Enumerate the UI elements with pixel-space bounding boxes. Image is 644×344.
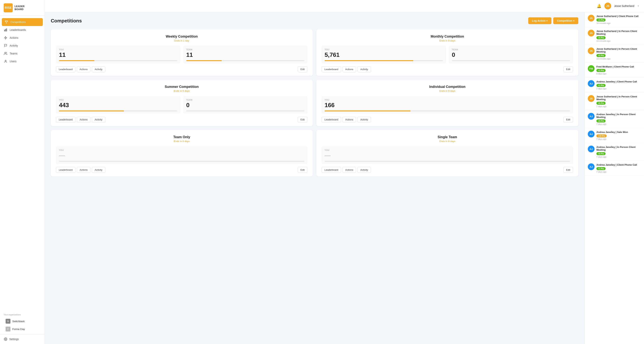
comp-single-team-actions-btn[interactable]: Actions	[342, 167, 356, 173]
feed-avatar: AJ	[588, 113, 594, 120]
comp-monthly-activity-btn[interactable]: Activity	[358, 66, 371, 72]
comp-individual-actions-btn[interactable]: Actions	[342, 117, 356, 122]
feed-badge: +5 Pts	[596, 36, 606, 39]
comp-monthly-edit-btn[interactable]: Edit	[563, 66, 573, 72]
comp-single-team-edit-btn[interactable]: Edit	[563, 167, 573, 173]
comp-team-only-actions-btn[interactable]: Actions	[77, 167, 90, 173]
activity-feed: JS Jesse Sutherland | Client Phone Call …	[584, 12, 644, 344]
comp-individual-subtitle: Ends in 9 days	[322, 90, 573, 92]
feed-badge: +5 Pts	[596, 102, 606, 105]
comp-summer-edit-btn[interactable]: Edit	[298, 117, 308, 122]
comp-summer-you-bar-fill	[59, 110, 124, 111]
feed-content: Jesse Sutherland | In Person Client Meet…	[596, 48, 641, 60]
feed-content: Andrea Janelley | In Person Client Meeti…	[596, 146, 641, 158]
comp-individual-edit-btn[interactable]: Edit	[563, 117, 573, 122]
header-buttons: Log Action + Competition +	[528, 17, 578, 24]
comp-single-team-activity-btn[interactable]: Activity	[358, 167, 371, 173]
comp-team-only-title: Team Only	[56, 135, 308, 139]
comp-summer-leaderboard-btn[interactable]: Leaderboard	[56, 117, 76, 122]
comp-monthly-actions: Leaderboard Actions Activity Edit	[322, 66, 573, 72]
sidebar-item-users[interactable]: Users	[0, 57, 44, 65]
comp-summer-title: Summer Competition	[56, 85, 308, 89]
feed-avatar: JS	[588, 48, 594, 54]
comp-individual-title: Individual Competition	[322, 85, 573, 89]
feed-name: Jesse Sutherland | In Person Client Meet…	[596, 30, 641, 35]
comp-weekly-actions-btn[interactable]: Actions	[77, 66, 90, 72]
comp-summer-activity-btn[interactable]: Activity	[92, 117, 105, 122]
comp-summer-actions-btn[interactable]: Actions	[77, 117, 90, 122]
feed-badge: +10 Pts	[596, 134, 607, 137]
sidebar-activity-label: Activity	[10, 44, 18, 47]
comp-single-team-leaderboard-btn[interactable]: Leaderboard	[322, 167, 341, 173]
feed-time: 19 minutes ago	[596, 58, 641, 60]
comp-weekly-you-label: YOU	[59, 48, 177, 51]
competitions-area: Competitions Log Action + Competition + …	[45, 12, 584, 344]
notification-bell-icon[interactable]: 🔔	[597, 4, 602, 8]
feed-item: AJ Andrea Janelley | Client Phone Call +…	[584, 78, 644, 93]
logo-area: RISE LEADER BOARD	[0, 0, 44, 16]
feed-content: Jesse Sutherland | In Person Client Meet…	[596, 95, 641, 107]
comp-team-only-leaderboard-btn[interactable]: Leaderboard	[56, 167, 76, 173]
sidebar-item-actions[interactable]: Actions	[0, 34, 44, 42]
competition-card-individual: Individual Competition Ends in 9 days YO…	[316, 80, 578, 126]
comp-weekly-team: TEAM 11	[183, 46, 308, 63]
comp-summer-team-value: 0	[186, 102, 305, 109]
feed-name: Andrea Janelley | Sale Won	[596, 131, 641, 133]
flag-icon	[4, 44, 8, 48]
feed-item: AJ Andrea Janelley | In Person Client Me…	[584, 143, 644, 161]
org-forma-clay[interactable]: F Forma Clay	[4, 325, 41, 333]
comp-individual-you-label: YOU	[324, 99, 570, 101]
comp-single-team-stats: YOU —	[322, 146, 573, 164]
feed-name: Jesse Sutherland | In Person Client Meet…	[596, 95, 641, 101]
comp-weekly-leaderboard-btn[interactable]: Leaderboard	[56, 66, 76, 72]
comp-team-only-activity-btn[interactable]: Activity	[92, 167, 105, 173]
org-switchback[interactable]: S Switchback	[4, 317, 41, 325]
feed-time: 7 days ago	[596, 105, 641, 107]
svg-point-4	[5, 52, 6, 53]
feed-name: Andrea Janelley | In Person Client Meeti…	[596, 146, 641, 151]
comp-single-team-actions: Leaderboard Actions Activity Edit	[322, 167, 573, 173]
org-switchback-label: Switchback	[12, 320, 25, 323]
comp-individual-activity-btn[interactable]: Activity	[358, 117, 371, 122]
sidebar: RISE LEADER BOARD Competitions L	[0, 0, 45, 344]
comp-individual-leaderboard-btn[interactable]: Leaderboard	[322, 117, 341, 122]
comp-weekly-edit-btn[interactable]: Edit	[298, 66, 308, 72]
comp-weekly-you-value: 11	[59, 51, 177, 58]
feed-badge: +5 Pts	[596, 54, 606, 57]
feed-time: 7 days ago	[596, 156, 641, 158]
comp-monthly-leaderboard-btn[interactable]: Leaderboard	[322, 66, 341, 72]
comp-team-only-you-value: —	[59, 152, 304, 159]
feed-content: Jesse Sutherland | Client Phone Call +1 …	[596, 15, 641, 24]
chevron-down-icon[interactable]: ▾	[638, 5, 639, 7]
feed-time: 7 days ago	[596, 123, 641, 125]
settings-item[interactable]: Settings	[4, 337, 41, 341]
comp-weekly-activity-btn[interactable]: Activity	[92, 66, 105, 72]
trophy-icon	[4, 20, 8, 24]
sidebar-item-competitions[interactable]: Competitions	[2, 18, 43, 26]
feed-badge: +5 Pts	[596, 152, 606, 155]
user-name[interactable]: Jesse Sutherland	[614, 5, 634, 8]
feed-item: AJ Andrea Janelley | Sale Won +10 Pts 7 …	[584, 128, 644, 143]
feed-content: Andrea Janelley | Client Phone Call +1 P…	[596, 163, 641, 173]
sidebar-item-leaderboards[interactable]: Leaderboards	[0, 26, 44, 34]
comp-summer-team-label: TEAM	[186, 99, 305, 101]
competition-card-team-only: Team Only Ends in 9 days YOU — Leaderboa…	[51, 130, 313, 177]
svg-rect-2	[6, 29, 7, 31]
comp-individual-you-bar-fill	[324, 110, 410, 111]
log-action-button[interactable]: Log Action +	[528, 17, 552, 24]
comp-team-only-edit-btn[interactable]: Edit	[298, 167, 308, 173]
sidebar-item-activity[interactable]: Activity	[0, 42, 44, 50]
feed-item: JS Jesse Sutherland | Client Phone Call …	[584, 12, 644, 27]
feed-badge: +1 Pts	[596, 167, 606, 170]
comp-monthly-title: Monthly Competition	[322, 35, 573, 39]
sidebar-item-teams[interactable]: Teams	[0, 50, 44, 57]
org-section-label: Your organizations	[4, 313, 41, 316]
comp-monthly-actions-btn[interactable]: Actions	[342, 66, 356, 72]
feed-content: Andrea Janelley | Client Phone Call +1 P…	[596, 80, 641, 90]
users-icon	[4, 52, 8, 55]
competition-button[interactable]: Competition +	[553, 17, 578, 24]
feed-avatar: JS	[588, 15, 594, 22]
comp-summer-you-bar-bg	[59, 110, 177, 111]
comp-monthly-team-bar-bg	[452, 60, 570, 61]
comp-single-team-you: YOU —	[322, 146, 573, 164]
